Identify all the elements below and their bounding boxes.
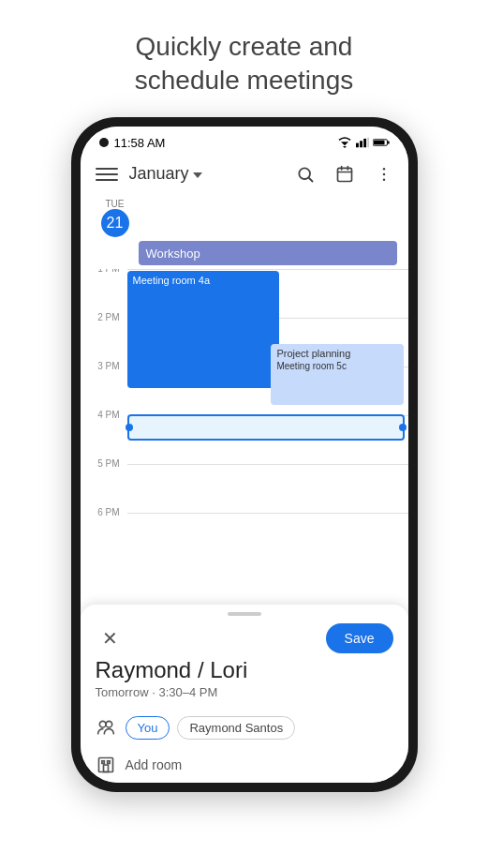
svg-point-17: [382, 178, 385, 181]
time-line-5pm: [127, 464, 408, 513]
hero-title: Quickly create and schedule meetings: [97, 0, 391, 117]
time-row-4pm: 4 PM: [81, 415, 408, 464]
status-bar: 11:58 AM: [81, 127, 408, 154]
day-number-col: TUE 21: [92, 199, 139, 237]
time-label-6pm: 6 PM: [81, 507, 127, 517]
calendar-icon[interactable]: [332, 161, 358, 187]
svg-rect-7: [373, 141, 384, 145]
day-circle[interactable]: 21: [101, 209, 129, 237]
add-room-text: Add room: [126, 757, 183, 772]
add-room-row[interactable]: Add room: [81, 747, 408, 783]
status-icons: [337, 137, 390, 148]
svg-point-19: [106, 722, 112, 728]
app-bar-actions: [292, 161, 397, 187]
wifi-icon: [337, 137, 352, 148]
signal-icon: [356, 137, 369, 148]
svg-rect-5: [367, 138, 369, 148]
time-label-3pm: 3 PM: [81, 361, 127, 371]
time-line-1pm: [127, 269, 408, 318]
phone-screen: 11:58 AM: [81, 127, 408, 783]
status-time: 11:58 AM: [114, 136, 166, 150]
svg-line-10: [308, 178, 312, 182]
event-time: Tomorrow · 3:30–4 PM: [81, 685, 408, 709]
bottom-sheet: ✕ Save Raymond / Lori Tomorrow · 3:30–4 …: [81, 605, 408, 783]
time-label-1pm: 1 PM: [81, 269, 127, 274]
battery-icon: [373, 137, 390, 148]
svg-rect-11: [337, 168, 351, 181]
svg-rect-2: [356, 143, 359, 148]
camera-dot: [99, 138, 109, 147]
sheet-handle: [228, 612, 261, 616]
svg-marker-1: [343, 146, 347, 148]
svg-marker-0: [341, 142, 348, 146]
chip-you[interactable]: You: [126, 716, 170, 740]
all-day-event[interactable]: Workshop: [139, 241, 397, 265]
time-line-6pm: [127, 513, 408, 561]
search-icon[interactable]: [292, 161, 318, 187]
more-icon[interactable]: [371, 161, 397, 187]
svg-rect-8: [387, 142, 389, 144]
time-line-2pm: [127, 318, 408, 367]
hamburger-icon[interactable]: [92, 159, 122, 189]
status-left: 11:58 AM: [99, 136, 166, 150]
sheet-top-row: ✕ Save: [81, 623, 408, 657]
svg-rect-22: [101, 761, 104, 764]
chip-raymond[interactable]: Raymond Santos: [177, 716, 295, 740]
time-label-5pm: 5 PM: [81, 458, 127, 469]
day-label: TUE: [106, 199, 125, 209]
time-row-3pm: 3 PM: [81, 367, 408, 415]
close-button[interactable]: ✕: [96, 623, 126, 653]
time-label-4pm: 4 PM: [81, 410, 127, 420]
month-title[interactable]: January: [129, 164, 292, 184]
time-row-5pm: 5 PM: [81, 464, 408, 513]
svg-rect-21: [103, 765, 108, 772]
time-row-1pm: 1 PM: [81, 269, 408, 318]
svg-point-18: [99, 722, 106, 728]
app-bar: January: [81, 154, 408, 195]
time-row-6pm: 6 PM: [81, 513, 408, 561]
svg-rect-3: [360, 142, 362, 148]
svg-point-15: [382, 168, 385, 171]
time-line-3pm: [127, 367, 408, 415]
svg-point-16: [382, 173, 385, 176]
save-button[interactable]: Save: [326, 623, 393, 653]
attendees-icon: [96, 717, 116, 738]
calendar-day-header: TUE 21: [81, 195, 408, 237]
room-icon: [96, 755, 116, 775]
phone-frame: 11:58 AM: [71, 117, 418, 792]
time-row-2pm: 2 PM: [81, 318, 408, 367]
time-label-2pm: 2 PM: [81, 312, 127, 322]
time-line-4pm: [127, 415, 408, 464]
time-grid: 1 PM 2 PM 3 PM 4 PM 5 PM 6 PM: [81, 269, 408, 605]
all-day-event-text: Workshop: [146, 247, 200, 261]
attendees-row: You Raymond Santos: [81, 709, 408, 747]
svg-rect-23: [107, 761, 110, 764]
chevron-down-icon: [193, 172, 202, 178]
attendee-chips: You Raymond Santos: [126, 716, 296, 740]
svg-rect-4: [363, 139, 366, 147]
event-name: Raymond / Lori: [81, 657, 408, 685]
